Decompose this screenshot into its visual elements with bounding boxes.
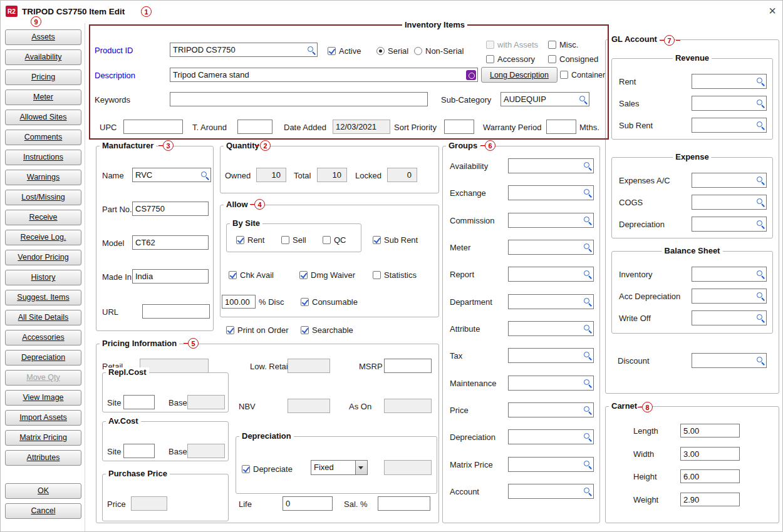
- ok-button[interactable]: OK: [5, 483, 81, 499]
- sidebar-button-instructions[interactable]: Instructions: [5, 150, 81, 165]
- search-icon[interactable]: [756, 176, 765, 185]
- model-input[interactable]: [132, 235, 209, 250]
- search-icon[interactable]: [756, 121, 765, 130]
- depreciation-method-dropdown[interactable]: Fixed: [311, 460, 368, 475]
- search-icon[interactable]: [756, 220, 765, 228]
- gl-expenses-ac-input[interactable]: [692, 173, 767, 188]
- weight-input[interactable]: [680, 493, 740, 506]
- search-icon[interactable]: [583, 297, 592, 306]
- sal-input[interactable]: [378, 496, 430, 511]
- sidebar-button-lost-missing[interactable]: Lost/Missing: [5, 190, 81, 205]
- search-icon[interactable]: [583, 324, 592, 333]
- sub-rent-checkbox[interactable]: Sub Rent: [373, 235, 418, 245]
- search-icon[interactable]: [583, 270, 592, 279]
- disc-input[interactable]: [222, 295, 256, 309]
- search-icon[interactable]: [583, 351, 592, 360]
- annotation-5: 5: [188, 338, 199, 349]
- search-icon[interactable]: [583, 460, 592, 469]
- sidebar-button-warnings[interactable]: Warnings: [5, 170, 81, 185]
- search-icon[interactable]: [756, 356, 765, 365]
- search-icon[interactable]: [583, 406, 592, 414]
- groups-meter-input[interactable]: [508, 240, 594, 255]
- search-icon[interactable]: [756, 198, 765, 207]
- gl-rent-input[interactable]: [692, 74, 767, 89]
- sidebar-button-receive-log[interactable]: Receive Log.: [5, 230, 81, 245]
- gl-depreciation-input[interactable]: [692, 217, 767, 232]
- height-input[interactable]: [680, 469, 740, 483]
- gl-acc-depreciation-input[interactable]: [692, 289, 767, 304]
- search-icon[interactable]: [583, 216, 592, 225]
- searchable-checkbox[interactable]: Searchable: [301, 325, 353, 335]
- groups-account-input[interactable]: [508, 484, 594, 499]
- search-icon[interactable]: [583, 432, 592, 441]
- sidebar-button-all-site-details[interactable]: All Site Details: [5, 310, 81, 325]
- search-icon[interactable]: [583, 487, 592, 496]
- gl-write-off-input[interactable]: [692, 310, 767, 325]
- sidebar-button-attributes[interactable]: Attributes: [5, 450, 81, 466]
- sidebar-button-import-assets[interactable]: Import Assets: [5, 410, 81, 426]
- discount-input[interactable]: [692, 353, 767, 368]
- sidebar-button-view-image[interactable]: View Image: [5, 390, 81, 406]
- chk-avail-checkbox[interactable]: Chk Avail: [229, 270, 274, 280]
- dmg-waiver-checkbox[interactable]: Dmg Waiver: [299, 270, 355, 280]
- sidebar-button-matrix-pricing[interactable]: Matrix Pricing: [5, 430, 81, 446]
- groups-report-input[interactable]: [508, 267, 594, 282]
- msrp-input[interactable]: [384, 359, 432, 373]
- search-icon[interactable]: [583, 188, 592, 197]
- av-site-input[interactable]: [123, 444, 155, 458]
- consumable-checkbox[interactable]: Consumable: [301, 297, 358, 307]
- groups-attribute-input[interactable]: [508, 321, 594, 336]
- chevron-down-icon[interactable]: [356, 460, 368, 475]
- repl-site-input[interactable]: [123, 395, 155, 409]
- made-in-input[interactable]: [132, 269, 209, 284]
- sidebar-button-pricing[interactable]: Pricing: [5, 69, 81, 85]
- search-icon[interactable]: [583, 379, 592, 387]
- close-icon[interactable]: ×: [765, 4, 780, 18]
- sidebar-button-assets[interactable]: Assets: [5, 29, 81, 45]
- search-icon[interactable]: [756, 270, 765, 279]
- groups-exchange-input[interactable]: [508, 185, 594, 200]
- groups-price-input[interactable]: [508, 402, 594, 417]
- search-icon[interactable]: [756, 77, 765, 86]
- gl-sub-rent-input[interactable]: [692, 118, 767, 133]
- groups-maintenance-input[interactable]: [508, 376, 594, 391]
- groups-tax-input[interactable]: [508, 348, 594, 363]
- manufacturer-name-input[interactable]: [132, 168, 211, 182]
- sidebar-button-receive[interactable]: Receive: [5, 210, 81, 225]
- search-icon[interactable]: [583, 161, 592, 170]
- statistics-checkbox[interactable]: Statistics: [373, 270, 417, 280]
- gl-sales-input[interactable]: [692, 96, 767, 111]
- sell-checkbox[interactable]: Sell: [281, 235, 306, 245]
- groups-availability-input[interactable]: [508, 158, 594, 173]
- sidebar-button-vendor-pricing[interactable]: Vendor Pricing: [5, 250, 81, 265]
- sidebar-button-availability[interactable]: Availability: [5, 49, 81, 65]
- gl-inventory-input[interactable]: [692, 267, 767, 282]
- part-no-input[interactable]: [132, 202, 209, 216]
- groups-commission-input[interactable]: [508, 213, 594, 228]
- sidebar-button-accessories[interactable]: Accessories: [5, 330, 81, 345]
- qc-checkbox[interactable]: QC: [323, 235, 346, 245]
- search-icon[interactable]: [200, 171, 209, 180]
- sidebar-button-history[interactable]: History: [5, 270, 81, 285]
- gl-cogs-input[interactable]: [692, 195, 767, 210]
- groups-matrix-price-input[interactable]: [508, 457, 594, 472]
- length-input[interactable]: [680, 424, 740, 437]
- rent-checkbox[interactable]: Rent: [236, 235, 264, 245]
- depreciate-checkbox[interactable]: Depreciate: [242, 464, 293, 474]
- search-icon[interactable]: [583, 243, 592, 252]
- life-input[interactable]: [283, 496, 333, 511]
- sidebar-button-comments[interactable]: Comments: [5, 130, 81, 145]
- search-icon[interactable]: [756, 292, 765, 300]
- print-on-order-checkbox[interactable]: Print on Order: [226, 325, 289, 335]
- groups-department-input[interactable]: [508, 294, 594, 309]
- width-input[interactable]: [680, 447, 740, 461]
- url-input[interactable]: [142, 304, 210, 319]
- sidebar-button-meter[interactable]: Meter: [5, 90, 81, 105]
- search-icon[interactable]: [756, 314, 765, 322]
- search-icon[interactable]: [756, 99, 765, 108]
- sidebar-button-allowed-sites[interactable]: Allowed Sites: [5, 110, 81, 125]
- sidebar-button-depreciation[interactable]: Depreciation: [5, 350, 81, 366]
- sidebar-button-suggest-items[interactable]: Suggest. Items: [5, 290, 81, 305]
- groups-depreciation-input[interactable]: [508, 429, 594, 444]
- cancel-button[interactable]: Cancel: [5, 503, 81, 519]
